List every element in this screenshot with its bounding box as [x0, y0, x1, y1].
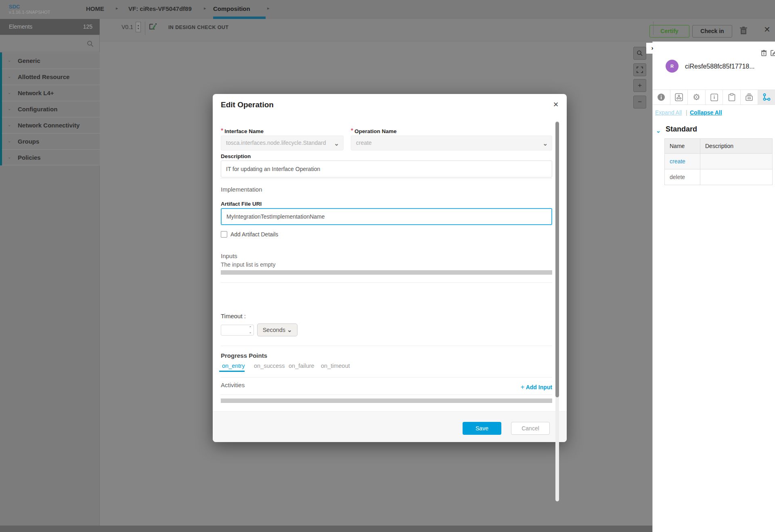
canvas-header: V0.1 ▴▾ IN DESIGN CHECK OUT Certify Chec…: [100, 19, 775, 42]
breadcrumb-arrow-icon: ▸: [267, 6, 270, 11]
tab-on-entry[interactable]: on_entry: [222, 363, 245, 369]
tab-requirements[interactable]: [723, 90, 741, 104]
timeout-unit-select[interactable]: Seconds ⌄: [257, 323, 297, 336]
close-icon[interactable]: ✕: [764, 25, 771, 34]
tab-general-info[interactable]: [653, 90, 670, 104]
edit-operation-modal: Edit Operation ✕ *Interface Name tosca.i…: [213, 94, 567, 442]
required-asterisk: *: [221, 127, 223, 134]
col-header-name: Name: [665, 139, 700, 154]
required-asterisk: *: [351, 127, 353, 134]
version-selector[interactable]: V0.1: [121, 24, 133, 30]
modal-scrollbar-thumb[interactable]: [555, 122, 559, 397]
divider: [145, 21, 145, 35]
version-stepper[interactable]: ▴▾: [136, 22, 141, 32]
info-filled-icon: [657, 93, 665, 101]
timeout-spinner[interactable]: ⌃⌄: [247, 325, 253, 335]
interface-name-select[interactable]: tosca.interfaces.node.lifecycle.Standard…: [221, 136, 344, 150]
chevron-down-icon: ⌄: [287, 327, 292, 333]
composition-icon: [675, 93, 683, 101]
divider: [653, 21, 654, 35]
lifecycle-status: IN DESIGN CHECK OUT: [168, 25, 228, 30]
interface-name-label: *Interface Name: [221, 127, 264, 135]
operation-create-link[interactable]: create: [670, 158, 685, 165]
description-input[interactable]: [221, 161, 552, 177]
add-artifact-checkbox[interactable]: [221, 231, 227, 238]
modal-scrollbar-track[interactable]: [555, 121, 559, 501]
breadcrumb-composition[interactable]: Composition: [213, 5, 250, 12]
fullscreen-button[interactable]: [633, 63, 646, 76]
panel-collapse-toggle[interactable]: ›: [646, 43, 658, 54]
cancel-button[interactable]: Cancel: [511, 422, 550, 435]
breadcrumb-home[interactable]: HOME: [86, 5, 104, 12]
operation-delete-label: delete: [670, 174, 685, 180]
chevron-down-icon: ⌄: [8, 74, 11, 79]
sidebar-item-generic[interactable]: ⌄ Generic: [2, 52, 100, 69]
timeout-label: Timeout :: [221, 313, 246, 319]
elements-header: Elements 125: [0, 19, 100, 35]
spinner-up-icon: ⌃: [249, 326, 252, 330]
expand-all-link[interactable]: Expand All: [655, 109, 682, 116]
activities-horizontal-scrollbar[interactable]: [221, 398, 552, 403]
table-row: create: [665, 154, 773, 169]
sidebar-item-configuration[interactable]: ⌄ Configuration: [2, 101, 100, 117]
component-detail-panel: R ciResfe588fc85f17718... ⚙ Expand All |…: [652, 42, 775, 532]
table-header-row: Name Description: [665, 139, 773, 154]
operation-create-description: [700, 154, 773, 169]
sidebar-item-groups[interactable]: ⌄ Groups: [2, 133, 100, 149]
search-icon: [87, 40, 94, 47]
plus-icon: +: [520, 383, 524, 391]
checkin-button[interactable]: Check in: [692, 25, 732, 38]
tab-on-success[interactable]: on_success: [254, 363, 285, 369]
zoom-out-button[interactable]: −: [633, 96, 646, 108]
delete-icon[interactable]: [739, 26, 748, 37]
chevron-down-icon: ⌄: [8, 155, 11, 159]
component-name: ciResfe588fc85f17718...: [685, 63, 755, 70]
section-title: Standard: [666, 125, 697, 134]
modal-title: Edit Operation: [221, 100, 274, 109]
spinner-down-icon: ⌄: [249, 330, 252, 334]
breadcrumb-vf[interactable]: VF: ciRes-VF5047df89: [128, 5, 192, 12]
tab-on-failure[interactable]: on_failure: [289, 363, 314, 369]
elements-search-box[interactable]: [0, 35, 100, 52]
description-label: Description: [221, 153, 251, 159]
section-chevron-icon[interactable]: ⌄: [656, 127, 661, 134]
sidebar-item-allotted-resource[interactable]: ⌄ Allotted Resource: [2, 69, 100, 85]
tab-composition[interactable]: [670, 90, 688, 104]
bottom-footer-strip: [0, 526, 652, 532]
col-header-description: Description: [700, 139, 773, 154]
collapse-all-link[interactable]: Collapse All: [690, 109, 722, 116]
modal-close-icon[interactable]: ✕: [553, 100, 559, 109]
inputs-empty-text: The input list is empty: [221, 261, 275, 268]
tab-on-timeout[interactable]: on_timeout: [321, 363, 350, 369]
operation-name-select[interactable]: create ⌄: [351, 136, 552, 150]
certify-button[interactable]: Certify: [649, 25, 689, 38]
sidebar-item-network-l4[interactable]: ⌄ Network L4+: [2, 85, 100, 101]
add-input-button[interactable]: + Add Input: [520, 383, 552, 391]
modal-footer: Save Cancel: [213, 411, 567, 442]
tab-properties[interactable]: ⚙: [688, 90, 706, 104]
tab-information[interactable]: [706, 90, 723, 104]
archive-box-icon: [745, 93, 753, 101]
save-button[interactable]: Save: [463, 422, 501, 435]
zoom-in-button[interactable]: +: [633, 79, 646, 92]
canvas-search-button[interactable]: [633, 47, 646, 60]
edit-icon[interactable]: [771, 50, 775, 58]
operations-branch-icon: [762, 93, 771, 101]
artifact-uri-input[interactable]: [221, 208, 552, 225]
tab-operations-active[interactable]: [758, 90, 775, 104]
tab-artifacts[interactable]: [741, 90, 758, 104]
spinner-down-icon: ▾: [138, 27, 139, 30]
add-artifact-label: Add Artifact Details: [230, 231, 278, 238]
spinner-up-icon: ▴: [138, 24, 139, 27]
sidebar-item-network-connectivity[interactable]: ⌄ Network Connectivity: [2, 117, 100, 133]
trash-icon[interactable]: [761, 50, 767, 58]
active-tab-underline: [213, 17, 266, 19]
info-square-icon: [710, 94, 718, 101]
inputs-horizontal-scrollbar[interactable]: [221, 270, 552, 275]
breadcrumb-arrow-icon: ▸: [116, 6, 118, 11]
sdc-version: v.1.16.1-SNAPSHOT: [9, 10, 50, 15]
elements-sidebar: Elements 125 ⌄ Generic ⌄ Allotted Resour…: [0, 19, 100, 526]
implementation-header: Implementation: [221, 186, 262, 193]
sidebar-item-policies[interactable]: ⌄ Policies: [2, 149, 100, 165]
sdc-logo: SDC: [9, 4, 20, 10]
